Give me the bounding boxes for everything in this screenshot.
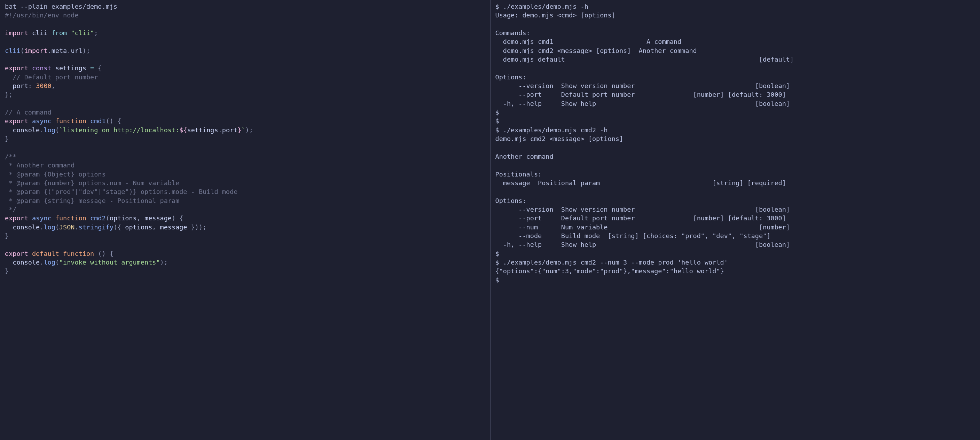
import-keyword: import xyxy=(5,29,28,37)
const-kw: const xyxy=(32,64,51,72)
right-terminal-pane[interactable]: $ ./examples/demo.mjs -h Usage: demo.mjs… xyxy=(490,0,980,440)
port-value: 3000 xyxy=(36,82,51,89)
semicolon: ; xyxy=(94,29,98,37)
jsdoc-open: /** xyxy=(5,153,16,160)
bat-command: bat --plain examples/demo.mjs xyxy=(5,3,117,10)
from-keyword: from xyxy=(51,29,67,37)
cmd2-name: cmd2 xyxy=(90,214,106,222)
import-name: clii xyxy=(32,29,48,37)
clii-call: clii xyxy=(5,47,21,54)
settings-ident: settings xyxy=(56,64,86,72)
import-meta-kw: import xyxy=(24,47,48,54)
shebang-line: #!/usr/bin/env node xyxy=(5,11,79,19)
left-terminal-pane[interactable]: bat --plain examples/demo.mjs #!/usr/bin… xyxy=(0,0,490,440)
port-key: port xyxy=(13,82,28,89)
port-comment: // Default port number xyxy=(5,73,98,81)
cmd1-name: cmd1 xyxy=(90,117,106,125)
cmd1-comment: // A command xyxy=(5,109,51,116)
module-string: "clii" xyxy=(71,29,94,37)
listen-str: listening on http://localhost: xyxy=(63,126,179,133)
invoke-str: "invoke without arguments" xyxy=(59,259,160,266)
export-kw: export xyxy=(5,64,28,72)
open-paren: ( xyxy=(21,47,24,54)
